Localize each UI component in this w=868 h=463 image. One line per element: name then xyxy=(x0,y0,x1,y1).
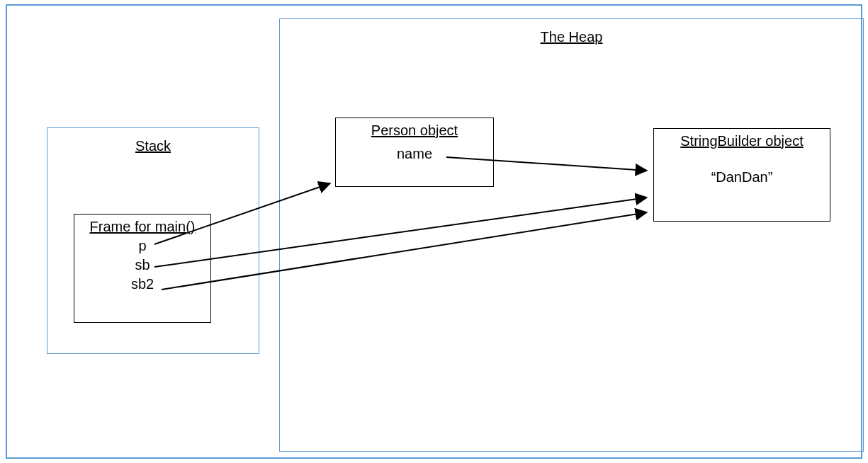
heap-region: The Heap xyxy=(279,18,864,452)
stringbuilder-object-box: StringBuilder object “DanDan” xyxy=(653,128,830,222)
frame-var-sb2: sb2 xyxy=(74,273,210,292)
person-object-box: Person object name xyxy=(335,118,494,187)
heap-title: The Heap xyxy=(280,29,863,45)
stringbuilder-object-title: StringBuilder object xyxy=(654,129,830,149)
frame-var-p: p xyxy=(74,235,210,254)
frame-main-box: Frame for main() p sb sb2 xyxy=(74,214,211,323)
stringbuilder-object-value: “DanDan” xyxy=(654,149,830,185)
frame-main-title: Frame for main() xyxy=(74,215,210,235)
person-object-title: Person object xyxy=(336,118,493,139)
person-object-field: name xyxy=(336,139,493,162)
frame-var-sb: sb xyxy=(74,254,210,273)
outer-frame: The Heap Stack Frame for main() p sb sb2… xyxy=(6,4,862,459)
stack-title: Stack xyxy=(47,138,259,154)
